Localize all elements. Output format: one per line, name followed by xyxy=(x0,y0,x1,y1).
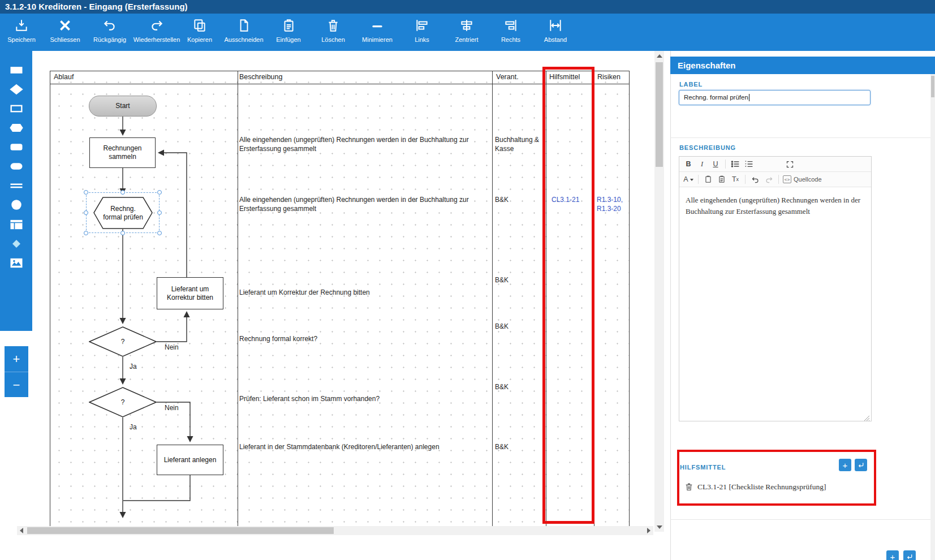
selection-handle[interactable] xyxy=(157,190,162,195)
bold-button[interactable]: B xyxy=(682,158,695,170)
right-arrow-icon xyxy=(647,528,653,533)
vertical-scrollbar[interactable] xyxy=(654,51,664,532)
shape-palette xyxy=(0,51,32,331)
next-section-assign-button[interactable] xyxy=(903,550,916,560)
toolbar-label: Einfügen xyxy=(265,36,312,43)
left-arrow-icon xyxy=(17,528,23,533)
flow-node-decision-1[interactable]: ? xyxy=(89,326,157,357)
flow-node-decision-2[interactable]: ? xyxy=(89,387,157,417)
horizontal-scrollbar-thumb[interactable] xyxy=(27,527,334,534)
maximize-editor-button[interactable] xyxy=(783,158,796,170)
zoom-in-button[interactable]: + xyxy=(5,346,28,372)
spacing-icon xyxy=(532,17,579,35)
zoom-out-button[interactable]: − xyxy=(5,372,28,397)
horizontal-scrollbar[interactable] xyxy=(17,526,653,535)
edge-label-ja: Ja xyxy=(130,423,137,431)
bullet-list-button[interactable] xyxy=(729,158,742,170)
selection-handle[interactable] xyxy=(157,231,162,235)
cut-icon xyxy=(220,17,268,35)
source-code-icon: <> xyxy=(783,175,791,183)
toolbar-button-einfuegen[interactable]: Einfügen xyxy=(265,17,312,49)
hilfsmittel-section-heading: HILFSMITTEL xyxy=(680,464,726,471)
selection-handle[interactable] xyxy=(84,190,88,195)
assign-arrow-icon xyxy=(906,553,914,560)
flow-node-rechnungen-sammeln[interactable]: Rechnungen sammeln xyxy=(89,137,156,168)
toolbar-button-minimieren[interactable]: Minimieren xyxy=(354,17,401,49)
vertical-scrollbar-thumb[interactable] xyxy=(656,62,663,167)
editor-toolbar-row-2: A Tx <> Quellcode xyxy=(679,172,871,187)
down-arrow-icon xyxy=(657,525,662,532)
selection-handle[interactable] xyxy=(157,210,162,215)
underline-button[interactable]: U xyxy=(709,158,722,170)
stadium-shape-icon[interactable] xyxy=(8,158,24,174)
rounded-rectangle-shape-icon[interactable] xyxy=(8,139,24,155)
paste-from-word-button[interactable] xyxy=(715,173,729,186)
align-center-icon xyxy=(443,17,490,35)
toolbar-button-speichern[interactable]: Speichern xyxy=(0,17,45,49)
toolbar-button-rechts[interactable]: Rechts xyxy=(487,17,535,49)
hexagon-shape-icon[interactable] xyxy=(8,120,24,136)
editor-content[interactable]: Alle eingehenden (ungeprüften) Rechnunge… xyxy=(679,187,871,421)
delete-hilfsmittel-icon[interactable] xyxy=(684,482,693,494)
scroll-right-button[interactable] xyxy=(644,526,653,535)
toolbar-button-zentriert[interactable]: Zentriert xyxy=(443,17,490,49)
editor-resize-handle[interactable] xyxy=(864,413,870,420)
clear-format-letter: T xyxy=(732,175,736,183)
toolbar-button-abstand[interactable]: Abstand xyxy=(532,17,579,49)
minimize-icon xyxy=(354,17,401,35)
assign-hilfsmittel-button[interactable] xyxy=(855,459,867,471)
quellcode-button[interactable]: <> Quellcode xyxy=(782,173,823,186)
font-color-button[interactable]: A xyxy=(682,173,695,186)
label-section-heading: LABEL xyxy=(679,81,703,88)
image-shape-icon[interactable] xyxy=(8,255,24,271)
scroll-down-button[interactable] xyxy=(654,522,664,532)
toolbar-button-ausschneiden[interactable]: Ausschneiden xyxy=(220,17,268,49)
selection-handle[interactable] xyxy=(84,231,88,235)
panel-scrollbar-thumb[interactable] xyxy=(931,76,934,97)
align-right-icon xyxy=(487,17,535,35)
parallel-lines-shape-icon[interactable] xyxy=(8,178,24,193)
label-input[interactable]: Rechng. formal prüfen xyxy=(679,90,871,105)
toolbar-button-wiederherstellen[interactable]: Wiederherstellen xyxy=(133,17,180,49)
toolbar-button-rueckgaengig[interactable]: Rückgängig xyxy=(86,17,133,49)
beschreibung-section-heading: BESCHREIBUNG xyxy=(679,144,736,151)
circle-shape-icon[interactable] xyxy=(8,197,24,213)
toolbar-button-loeschen[interactable]: Löschen xyxy=(309,17,357,49)
panel-scrollbar[interactable] xyxy=(930,74,935,560)
rectangle-shape-icon[interactable] xyxy=(8,62,24,78)
flow-node-lieferant-anlegen[interactable]: Lieferant anlegen xyxy=(157,445,223,475)
selection-handle[interactable] xyxy=(120,231,125,235)
editor-redo-button[interactable] xyxy=(762,173,775,186)
numbered-list-button[interactable] xyxy=(742,158,756,170)
diagram-canvas[interactable]: Ablauf Beschreibung Verant. Hilfsmittel … xyxy=(32,51,653,526)
toolbar-label: Kopieren xyxy=(176,36,223,43)
main-toolbar: Speichern Schliessen Rückgängig Wiederhe… xyxy=(0,14,935,51)
paste-plain-button[interactable] xyxy=(701,173,715,186)
clear-formatting-button[interactable]: Tx xyxy=(729,173,742,186)
properties-panel-header: Eigenschaften xyxy=(670,57,935,74)
toolbar-button-schliessen[interactable]: Schliessen xyxy=(41,17,89,49)
next-section-add-button[interactable]: + xyxy=(886,550,899,560)
selection-handle[interactable] xyxy=(84,210,88,215)
rectangle-outline-shape-icon[interactable] xyxy=(8,101,24,117)
editor-toolbar-row-1: B I U xyxy=(679,157,871,172)
toolbar-button-links[interactable]: Links xyxy=(398,17,446,49)
table-shape-icon[interactable] xyxy=(8,217,24,232)
flow-node-start[interactable]: Start xyxy=(89,96,157,117)
editor-text: Alle eingehenden (ungeprüften) Rechnunge… xyxy=(686,196,860,216)
add-hilfsmittel-button[interactable]: + xyxy=(839,459,851,471)
rich-text-editor: B I U A Tx <> Quellcode xyxy=(679,156,872,421)
trash-icon xyxy=(309,17,357,35)
toolbar-button-kopieren[interactable]: Kopieren xyxy=(176,17,223,49)
italic-button[interactable]: I xyxy=(695,158,709,170)
flow-node-lieferant-korrektur[interactable]: Lieferant um Korrektur bitten xyxy=(157,277,223,309)
redo-icon xyxy=(133,17,180,35)
scroll-left-button[interactable] xyxy=(17,526,26,535)
scroll-up-button[interactable] xyxy=(654,51,664,61)
toolbar-separator xyxy=(745,175,746,184)
editor-undo-button[interactable] xyxy=(748,173,762,186)
diamond-shape-icon[interactable] xyxy=(8,81,24,97)
selection-handle[interactable] xyxy=(120,190,125,195)
window-title-bar: 3.1.2-10 Kreditoren - Eingang (Ersterfas… xyxy=(0,0,935,14)
small-diamond-shape-icon[interactable] xyxy=(8,236,24,252)
